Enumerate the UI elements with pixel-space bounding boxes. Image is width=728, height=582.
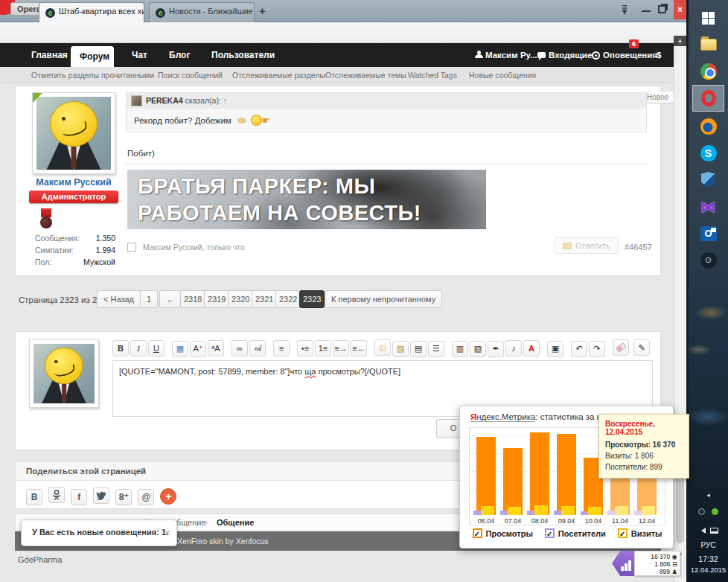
nav-users[interactable]: Пользователи (202, 43, 284, 67)
pagination-jump-back[interactable]: ← (159, 290, 181, 308)
nav-inbox[interactable]: Входящие (537, 43, 592, 67)
taskbar-steam[interactable]: ⊙ (692, 247, 724, 274)
odnoklassniki-share-icon[interactable] (48, 487, 65, 503)
window-restore-button[interactable] (658, 5, 666, 13)
chart-bar-group-07.04[interactable]: 07.04 (499, 428, 526, 525)
metrika-link[interactable]: Яндекс.Метрика (470, 412, 535, 422)
taskbar-skype[interactable]: S (692, 140, 724, 167)
editor-toolbar-button-▣[interactable]: ▣ (547, 341, 563, 357)
editor-toolbar-button-∞[interactable]: ∞ (232, 340, 248, 356)
editor-toolbar-button-1≡[interactable]: 1≡ (315, 340, 331, 356)
editor-toolbar-button-≡[interactable]: ≡ (273, 340, 290, 356)
site-brand[interactable]: GdePharma (18, 555, 62, 564)
editor-toolbar-button-▨[interactable]: ▨ (392, 341, 409, 357)
taskbar-outlook[interactable]: O (692, 220, 724, 247)
nav-alerts[interactable]: Оповещения (592, 43, 657, 67)
volume-icon[interactable] (698, 528, 706, 534)
reply-button[interactable]: Ответить (555, 237, 619, 254)
toast-close-icon[interactable]: × (165, 527, 170, 538)
visits-checkbox[interactable]: ✓ (618, 528, 628, 538)
pagination-page[interactable]: 2319 (204, 290, 229, 308)
subnav-new-posts[interactable]: Новые сообщения (469, 67, 536, 83)
taskbar-security-app[interactable] (692, 167, 724, 194)
window-minimize-button[interactable] (642, 10, 651, 12)
breadcrumb-current[interactable]: Общение (217, 514, 254, 531)
editor-toolbar-button-U[interactable]: U (148, 340, 165, 356)
pagination-page[interactable]: 2318 (180, 290, 205, 308)
editor-toolbar-button-▧[interactable]: ▧ (470, 341, 486, 357)
editor-toolbar-button-A⁺[interactable]: A⁺ (190, 341, 206, 357)
editor-toolbar-button-☺[interactable]: ☺ (374, 339, 391, 356)
alerts-toast[interactable]: У Вас есть новые оповещения: 1. × (21, 519, 177, 546)
editor-toolbar-button-•≡[interactable]: •≡ (297, 340, 313, 356)
post-number-link[interactable]: #46457 (625, 243, 652, 252)
chart-bar-group-08.04[interactable]: 08.04 (526, 428, 553, 525)
twitter-share-icon[interactable] (93, 487, 109, 504)
start-button[interactable] (692, 4, 724, 31)
legend-views[interactable]: ✓Просмотры (473, 528, 533, 538)
editor-toolbar-button-≡←[interactable]: ≡← (351, 340, 367, 356)
clock-time[interactable]: 17:32 (689, 554, 728, 563)
editor-toolbar-button-A[interactable]: A (523, 340, 540, 356)
tray-expand-arrow[interactable]: ◂ (689, 491, 728, 499)
subnav-watched-tags[interactable]: Watched Tags (408, 67, 457, 83)
taskbar-chrome[interactable] (692, 58, 724, 85)
nav-home[interactable]: Главная (22, 43, 77, 67)
tray-volume-network[interactable] (689, 525, 728, 534)
tray-icons[interactable] (689, 508, 728, 517)
mailru-share-icon[interactable]: @ (138, 489, 154, 505)
pagination-page-1[interactable]: 1 (140, 290, 158, 308)
editor-toolbar-button-I[interactable]: I (130, 340, 147, 356)
toggle-editor-mode-icon[interactable]: ✎ (633, 339, 650, 356)
pagination-back-button[interactable]: < Назад (97, 290, 141, 308)
pagination-page[interactable]: 2320 (228, 290, 253, 308)
new-tab-button[interactable]: + (259, 4, 266, 17)
editor-toolbar-button-ᵃA[interactable]: ᵃA (208, 340, 224, 356)
steam-tray-icon[interactable] (698, 508, 705, 515)
medal-icon[interactable] (41, 208, 51, 217)
nav-forum-active[interactable]: Форум (71, 46, 114, 67)
editor-toolbar-button-▥[interactable]: ▥ (452, 341, 468, 357)
taskbar-opera-active[interactable] (692, 85, 724, 112)
pagination-page[interactable]: 2321 (252, 290, 277, 308)
jump-to-quote-arrow[interactable]: ↑ (223, 96, 227, 105)
legend-visitors[interactable]: ✓Посетители (545, 528, 606, 538)
views-checkbox[interactable]: ✓ (473, 528, 482, 538)
window-menu-icon[interactable]: ≡▾ (616, 5, 633, 14)
post-author-timestamp[interactable]: Максим Русский, только что (143, 243, 245, 252)
clock-date[interactable]: 12.04.2015 (689, 566, 728, 574)
taskbar-visual-studio[interactable]: ⋈ (692, 194, 724, 220)
visitors-checkbox[interactable]: ✓ (545, 528, 555, 538)
language-indicator[interactable]: РУС (689, 541, 728, 549)
browser-tab-inactive[interactable]: eНовости - Ближайшие за× (149, 2, 255, 22)
nav-currency[interactable]: $ (657, 43, 661, 67)
post-select-checkbox[interactable] (127, 243, 136, 252)
editor-toolbar-button-♪[interactable]: ♪ (505, 340, 522, 356)
pagination-page-current[interactable]: 2323 (299, 290, 325, 308)
metrika-informer-widget[interactable]: 16 370 ◉ 1 806 ⊟ 899 ♟ (612, 551, 680, 579)
subnav-search-posts[interactable]: Поиск сообщений (158, 67, 223, 83)
footer-skin-link[interactable]: XenForo skin by Xenfocus (177, 531, 269, 551)
author-avatar[interactable] (32, 92, 115, 174)
chart-bar-group-06.04[interactable]: 06.04 (473, 428, 499, 525)
vk-share-icon[interactable]: В (26, 489, 42, 505)
addthis-share-icon[interactable]: + (160, 488, 176, 505)
quoted-username[interactable]: PEREKA4 (146, 96, 183, 105)
editor-toolbar-button-≡→[interactable]: ≡→ (333, 340, 349, 356)
browser-tab-active[interactable]: eШтаб-квартира всех хими× (39, 2, 144, 22)
chart-bar-group-09.04[interactable]: 09.04 (553, 428, 580, 525)
nav-chat[interactable]: Чат (123, 43, 156, 67)
author-name-link[interactable]: Максим Русский (32, 177, 115, 188)
editor-toolbar-button-▦[interactable]: ▦ (172, 341, 188, 357)
taskbar-explorer[interactable] (692, 31, 724, 58)
legend-visits[interactable]: ✓Визиты (618, 528, 662, 538)
google-plus-share-icon[interactable]: 8⁺ (115, 489, 132, 505)
network-icon[interactable] (710, 528, 718, 534)
nav-account[interactable]: Максим Ру... (475, 43, 537, 67)
subnav-watched-threads[interactable]: Отслеживаемые темы (325, 67, 406, 83)
post-banner-image[interactable]: БРАТЬЯ ПАРКЕР: МЫ РАБОТАЕМ НА СОВЕСТЬ! (127, 170, 486, 229)
status-green-icon[interactable] (712, 508, 718, 515)
reply-user-avatar[interactable] (29, 339, 99, 408)
pagination-page[interactable]: 2322 (275, 290, 301, 308)
subnav-watched-forums[interactable]: Отслеживаемые разделы (232, 67, 325, 83)
